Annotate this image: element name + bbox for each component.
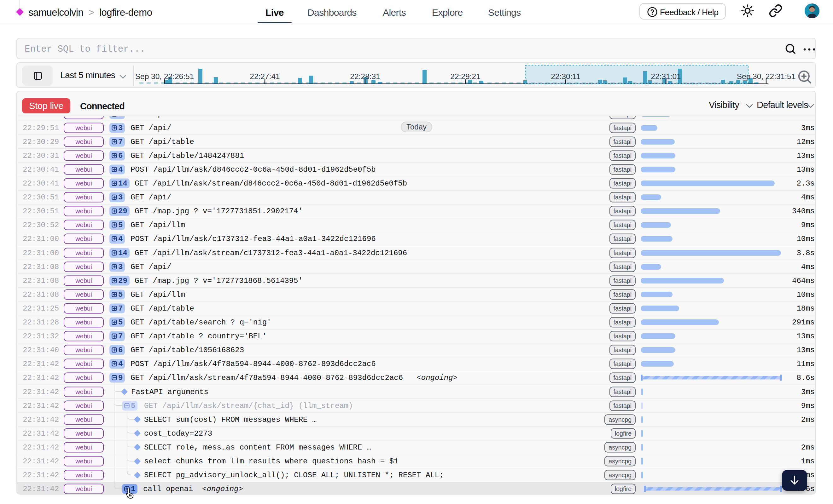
svg-text:22:31:01: 22:31:01: [651, 72, 681, 81]
svg-text:22:30:11: 22:30:11: [551, 72, 580, 81]
svg-text:Sep 30, 22:31:51: Sep 30, 22:31:51: [737, 72, 796, 81]
svg-text:22:29:21: 22:29:21: [450, 72, 480, 81]
svg-text:22:27:41: 22:27:41: [250, 72, 280, 81]
svg-text:22:28:31: 22:28:31: [350, 72, 380, 81]
svg-text:Sep 30, 22:26:51: Sep 30, 22:26:51: [135, 72, 194, 81]
